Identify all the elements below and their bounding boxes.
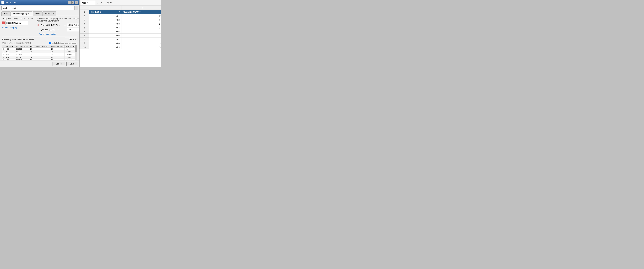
- table-row: 4 404 60804 14 28 21000 42000: [2, 56, 78, 59]
- cell-quantity: 14: [50, 50, 64, 53]
- preview-scrollbar[interactable]: [75, 45, 77, 60]
- group-by-field-label: ProductID (LONG): [6, 22, 22, 24]
- dropdown-arrow-icon: ▾: [26, 22, 27, 24]
- maximize-button[interactable]: □: [72, 1, 74, 4]
- cell-productid: 405: [5, 59, 15, 60]
- cell-b4[interactable]: 27: [122, 22, 161, 26]
- dataset-headers-checkbox[interactable]: [49, 42, 52, 44]
- row-header-5: 5: [80, 26, 90, 30]
- cell-b8[interactable]: 13: [122, 38, 161, 42]
- add-group-by-link[interactable]: + Add a Group By: [2, 26, 17, 29]
- row-num: 2: [2, 50, 5, 53]
- cell-a9[interactable]: 408: [90, 42, 122, 45]
- agg-field-2[interactable]: Quantity (LONG) ▾: [40, 28, 63, 31]
- cell-a6[interactable]: 405: [90, 30, 122, 34]
- group-section-label: Group your data by specific columns.: [2, 18, 34, 20]
- col-header-orderid: OrderID (SUM): [15, 45, 29, 48]
- agg-type-label-1: GROUPED BY: [68, 24, 79, 26]
- agg-dash-2: —: [64, 28, 66, 30]
- cell-a2[interactable]: 401: [90, 14, 122, 18]
- grid-row-6: 6 405 27: [80, 30, 161, 34]
- row-header-4: 4: [80, 22, 90, 26]
- agg-remove-icon-1[interactable]: ✕: [37, 24, 40, 26]
- row-header-6: 6: [80, 30, 90, 34]
- agg-section-label: Add one or more aggregations to return a…: [37, 18, 79, 22]
- spreadsheet-panel: M18 ▾ ⋮ ✕ ✓ fx ▾ A B 1: [79, 0, 161, 67]
- grid-row-2: 2 401 27: [80, 14, 161, 18]
- cell-quantity: 27: [50, 48, 64, 50]
- cell-a7[interactable]: 406: [90, 34, 122, 38]
- spreadsheet-col-a-header[interactable]: ProductID ▾: [90, 10, 122, 14]
- cell-b5[interactable]: 14: [122, 26, 161, 30]
- header-label-a: ProductID: [91, 11, 101, 13]
- grid-row-9: 9 408 13: [80, 42, 161, 45]
- cell-a8[interactable]: 407: [90, 38, 122, 42]
- cell-a5[interactable]: 404: [90, 26, 122, 30]
- col-header-productid: ProductID: [5, 45, 15, 48]
- search-input[interactable]: [2, 6, 74, 10]
- tab-order[interactable]: Order: [33, 12, 42, 16]
- cell-a4[interactable]: 403: [90, 22, 122, 26]
- cell-productname: 27: [29, 48, 50, 50]
- formula-more-icon[interactable]: ⋮: [96, 1, 99, 4]
- add-aggregation-link[interactable]: + Add an aggregation: [37, 33, 56, 35]
- header-filter-icon-a[interactable]: ▾: [119, 11, 120, 13]
- preview-section: Previewing rows 1-9/9 from 'crosssell': …: [2, 36, 78, 60]
- cell-b9[interactable]: 13: [122, 42, 161, 45]
- agg-remove-icon-2[interactable]: ✕: [37, 28, 40, 31]
- refresh-button[interactable]: ↻ Refresh: [65, 38, 78, 41]
- cell-b10[interactable]: 13: [122, 45, 161, 49]
- formula-confirm-icon[interactable]: ✓: [104, 1, 106, 4]
- formula-chevron-icon[interactable]: ▾: [110, 1, 112, 4]
- minimize-button[interactable]: —: [68, 1, 71, 4]
- corner-header: [80, 6, 90, 10]
- tab-filter[interactable]: Filter: [2, 12, 11, 16]
- spreadsheet-col-b-header[interactable]: Quantity (COUNT) ▾: [122, 10, 161, 14]
- tab-workbook[interactable]: Workbook: [43, 12, 56, 16]
- row-header-2: 2: [80, 14, 90, 18]
- dialog-footer: Cancel Save: [0, 60, 79, 67]
- save-button[interactable]: Save: [66, 62, 78, 66]
- group-by-item: × ProductID (LONG) ▾: [2, 21, 34, 25]
- cell-orderid: 60804: [15, 56, 29, 59]
- group-by-section: Group your data by specific columns. × P…: [2, 18, 34, 35]
- cell-a3[interactable]: 402: [90, 18, 122, 22]
- cancel-button[interactable]: Cancel: [52, 62, 65, 66]
- close-button[interactable]: ×: [75, 1, 78, 4]
- agg-type-2[interactable]: COUNT ▾: [67, 28, 79, 31]
- formula-cancel-icon[interactable]: ✕: [100, 1, 102, 4]
- col-header-B[interactable]: B: [122, 6, 161, 10]
- remove-group-by-button[interactable]: ×: [2, 22, 5, 24]
- dialog-content: Group your data by specific columns. × P…: [0, 16, 79, 60]
- grid-header-row: 1 ProductID ▾ Quantity (COUNT) ▾: [80, 10, 161, 14]
- cell-b2[interactable]: 27: [122, 14, 161, 18]
- cell-a10[interactable]: 409: [90, 45, 122, 49]
- cell-b6[interactable]: 27: [122, 30, 161, 34]
- cell-productname: 14: [29, 56, 50, 59]
- grid-row-8: 8 407 13: [80, 38, 161, 42]
- col-header-A[interactable]: A: [90, 6, 122, 10]
- cell-b7[interactable]: 14: [122, 34, 161, 38]
- preview-table: ProductID OrderID (SUM) ProductName (COU…: [2, 45, 78, 60]
- scroll-thumb: [75, 46, 77, 52]
- cell-reference-box[interactable]: M18 ▾: [81, 1, 95, 5]
- row-header-3: 3: [80, 18, 90, 22]
- agg-type-1[interactable]: GROUPED BY ▾: [67, 23, 79, 27]
- row-num: 3: [2, 53, 5, 56]
- group-by-field-dropdown[interactable]: ProductID (LONG) ▾: [5, 21, 28, 25]
- row-num: 5: [2, 59, 5, 60]
- header-label-b: Quantity (COUNT): [123, 11, 141, 13]
- cell-ref-value: M18: [82, 2, 86, 4]
- agg-field-1[interactable]: ProductID (LONG) ▾: [40, 24, 63, 26]
- grid-row-7: 7 406 14: [80, 34, 161, 38]
- formula-bar: M18 ▾ ⋮ ✕ ✓ fx ▾: [80, 0, 161, 6]
- formula-bar-icons: ⋮ ✕ ✓ fx ▾: [96, 1, 112, 4]
- cell-quantity: 28: [50, 56, 64, 59]
- cell-orderid: 117648: [15, 59, 29, 60]
- agg-type-arrow-2: ▾: [76, 29, 76, 30]
- grid-row-5: 5 404 14: [80, 26, 161, 30]
- tab-group-aggregate[interactable]: Group & Aggregate: [11, 12, 32, 16]
- cell-b3[interactable]: 14: [122, 18, 161, 22]
- dataset-headers-label: Include Dataset column headers: [52, 42, 78, 44]
- formula-fx-icon[interactable]: fx: [107, 1, 109, 4]
